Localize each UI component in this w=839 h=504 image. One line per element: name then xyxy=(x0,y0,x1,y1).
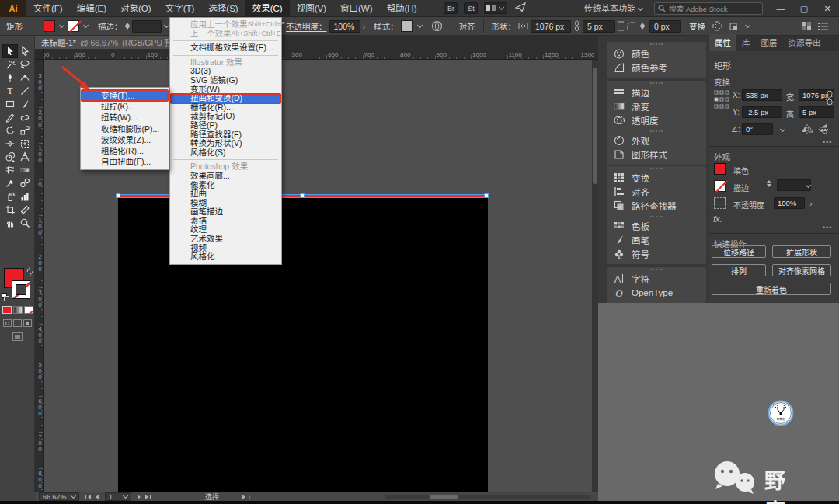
stroke-color-swatch[interactable] xyxy=(68,20,79,32)
document-setup-icon[interactable] xyxy=(431,20,443,32)
stroke-color-indicator[interactable] xyxy=(12,280,30,299)
magic-wand-tool[interactable] xyxy=(3,58,17,71)
screen-mode-button[interactable] xyxy=(12,332,23,341)
dock-item-transparency[interactable]: 透明度 xyxy=(607,113,706,127)
dock-item-brushes[interactable]: 画笔 xyxy=(607,233,706,247)
direct-selection-tool[interactable] xyxy=(18,45,32,57)
menubar-item-2[interactable]: 编辑(E) xyxy=(70,0,113,17)
horizontal-scrollbar[interactable] xyxy=(385,495,590,499)
perspective-grid-tool[interactable] xyxy=(18,151,32,163)
zoom-tool[interactable] xyxy=(18,217,32,229)
stock-button[interactable]: St xyxy=(464,2,478,14)
effects-menu-item-8[interactable]: SVG 滤镜(G) xyxy=(170,76,281,85)
unlink-dimensions-icon[interactable] xyxy=(824,90,835,106)
shape-height-field[interactable]: 5 px xyxy=(583,20,615,33)
transform-submenu-item-6[interactable]: 粗糙化(R)... xyxy=(81,145,169,156)
next-artboard-button[interactable] xyxy=(138,493,141,501)
dock-item-stroke[interactable]: 描边 xyxy=(607,85,706,99)
effects-menu-item-20[interactable]: 像素化 xyxy=(170,181,281,190)
horizontal-scrollbar-thumb[interactable] xyxy=(430,495,458,499)
chevron-down-icon[interactable] xyxy=(780,127,785,132)
selection-tool[interactable] xyxy=(3,45,17,57)
ruler-origin-corner[interactable] xyxy=(35,49,44,60)
dock-item-character[interactable]: A字符 xyxy=(607,272,706,286)
none-mode-button[interactable] xyxy=(24,306,33,314)
artboard-navigation-field[interactable]: 1 xyxy=(105,492,131,501)
panel-tab-2[interactable]: 库 xyxy=(736,34,756,51)
menubar-item-9[interactable]: 帮助(H) xyxy=(380,0,424,17)
effects-menu-item-27[interactable]: 视频 xyxy=(170,244,281,253)
transform-submenu-item-3[interactable]: 扭转(W)... xyxy=(81,112,169,123)
opacity-link[interactable]: 不透明度 xyxy=(733,199,764,210)
effects-menu-item-26[interactable]: 艺术效果 xyxy=(170,235,281,244)
effects-menu-item-21[interactable]: 扭曲 xyxy=(170,189,281,199)
transform-submenu-item-5[interactable]: 波纹效果(Z)... xyxy=(81,134,169,145)
workspace-switcher[interactable]: 传统基本功能 xyxy=(584,0,645,17)
stroke-weight-field[interactable] xyxy=(132,20,162,33)
selection-handle-center[interactable] xyxy=(300,193,305,198)
zoom-level-dropdown[interactable]: 66.67% xyxy=(39,492,79,501)
opacity-field[interactable]: 100% xyxy=(329,20,360,33)
constrain-icon[interactable] xyxy=(712,21,722,31)
quick-action-button-2[interactable]: 扩展形状 xyxy=(772,245,831,258)
menubar-item-7[interactable]: 视图(V) xyxy=(290,0,333,17)
effects-menu-item-23[interactable]: 画笔描边 xyxy=(170,207,281,217)
dock-item-align[interactable]: 对齐 xyxy=(607,185,706,199)
style-swatch[interactable] xyxy=(401,20,413,32)
share-button[interactable] xyxy=(515,2,527,14)
selection-handle-left[interactable] xyxy=(116,193,120,198)
fill-swatch[interactable] xyxy=(714,163,726,175)
effects-menu-item-28[interactable]: 风格化 xyxy=(170,252,281,262)
height-field[interactable]: 5 px xyxy=(799,106,834,118)
minimize-button[interactable]: — xyxy=(769,0,792,17)
link-dimensions-icon[interactable] xyxy=(573,20,580,32)
arrange-documents-button[interactable] xyxy=(484,2,507,14)
appearance-more-options[interactable]: ••• xyxy=(823,224,832,231)
maximize-button[interactable]: ▢ xyxy=(792,0,816,17)
eraser-tool[interactable] xyxy=(18,111,32,123)
corner-stepper[interactable] xyxy=(640,23,645,30)
effects-menu-item-4[interactable]: 文档栅格效果设置(E)... xyxy=(170,43,281,53)
column-graph-tool[interactable] xyxy=(18,190,32,203)
dock-item-swatches[interactable]: 色板 xyxy=(607,219,706,233)
draw-normal-button[interactable] xyxy=(3,319,12,327)
default-fill-stroke-icon[interactable] xyxy=(2,293,9,301)
x-field[interactable]: 538 px xyxy=(742,89,782,101)
slice-tool[interactable] xyxy=(18,203,32,216)
width-tool[interactable] xyxy=(3,137,17,150)
menubar-item-4[interactable]: 文字(T) xyxy=(158,0,202,17)
hand-tool[interactable] xyxy=(3,217,17,229)
y-field[interactable]: -2.5 px xyxy=(742,106,782,118)
effects-menu-item-16[interactable]: 风格化(S) xyxy=(170,148,281,158)
last-artboard-button[interactable] xyxy=(145,495,151,499)
eyedropper-tool[interactable] xyxy=(3,177,17,189)
first-artboard-button[interactable] xyxy=(85,495,91,499)
dock-item-transform[interactable]: 变换 xyxy=(607,171,706,185)
paintbrush-tool[interactable] xyxy=(18,98,32,110)
type-tool[interactable]: T xyxy=(3,85,17,97)
mesh-tool[interactable] xyxy=(3,164,17,176)
previous-artboard-button[interactable] xyxy=(96,493,99,501)
swap-fill-stroke-icon[interactable] xyxy=(26,267,34,276)
panel-grid-icon[interactable] xyxy=(802,21,812,31)
dock-item-color[interactable]: 颜色 xyxy=(607,47,706,61)
lasso-tool[interactable] xyxy=(18,58,32,71)
panel-list-icon[interactable] xyxy=(818,22,829,31)
flip-horizontal-icon[interactable] xyxy=(801,123,813,134)
close-button[interactable]: ✕ xyxy=(816,0,839,17)
gradient-mode-button[interactable] xyxy=(13,306,23,314)
artboard-tool[interactable] xyxy=(3,203,17,216)
flip-vertical-icon[interactable] xyxy=(818,123,829,135)
menubar-item-1[interactable]: 文件(F) xyxy=(26,0,70,17)
quick-action-button-4[interactable]: 对齐像素网格 xyxy=(772,264,831,276)
opacity-more-button[interactable]: › xyxy=(809,199,813,208)
draw-inside-button[interactable] xyxy=(23,319,32,327)
shape-width-field[interactable]: 1076 px xyxy=(531,20,571,33)
opacity-field[interactable]: 100% xyxy=(774,197,805,209)
reference-point-grid[interactable] xyxy=(714,90,729,110)
effects-menu-item-13[interactable]: 路径(P) xyxy=(170,121,281,130)
pencil-tool[interactable] xyxy=(3,111,17,123)
chevron-down-icon[interactable] xyxy=(163,23,169,28)
opacity-label[interactable]: 不透明度： xyxy=(286,20,327,32)
effects-menu-item-25[interactable]: 纹理 xyxy=(170,225,281,235)
